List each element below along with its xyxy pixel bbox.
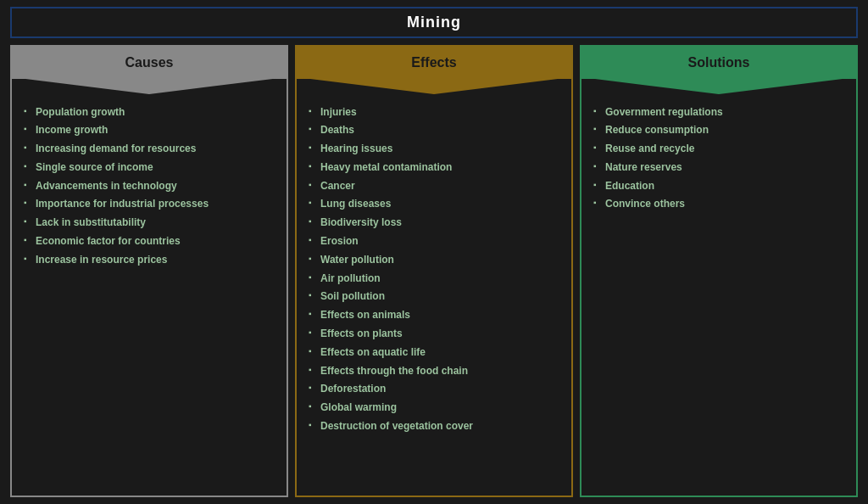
solutions-body: Government regulationsReduce consumption… [581,79,856,496]
list-item: Global warming [309,399,563,417]
column-effects: EffectsInjuriesDeathsHearing issuesHeavy… [295,45,573,497]
list-item: Reuse and recycle [593,140,848,159]
list-item: Education [593,176,848,195]
list-item: Importance for industrial processes [24,195,278,214]
list-item: Biodiversity loss [309,214,563,232]
list-item: Heavy metal contamination [309,158,563,176]
solutions-list: Government regulationsReduce consumption… [593,103,848,214]
list-item: Effects on plants [309,325,563,344]
list-item: Single source of income [24,158,278,176]
list-item: Soil pollution [309,288,563,306]
effects-body: InjuriesDeathsHearing issuesHeavy metal … [297,79,571,496]
list-item: Effects on animals [309,306,563,325]
list-item: Injuries [309,103,563,121]
list-item: Effects on aquatic life [309,343,563,361]
effects-list: InjuriesDeathsHearing issuesHeavy metal … [309,103,563,435]
columns-wrapper: CausesPopulation growthIncome growthIncr… [10,45,858,497]
list-item: Economic factor for countries [24,232,278,251]
causes-header: Causes [12,47,287,79]
column-solutions: SolutionsGovernment regulationsReduce co… [580,45,858,497]
list-item: Lack in substitutability [24,214,278,232]
column-causes: CausesPopulation growthIncome growthIncr… [10,45,288,497]
list-item: Convince others [593,195,848,214]
list-item: Advancements in technology [24,176,278,195]
list-item: Government regulations [593,103,848,121]
list-item: Hearing issues [309,140,563,159]
causes-list: Population growthIncome growthIncreasing… [24,103,278,269]
causes-body: Population growthIncome growthIncreasing… [12,79,287,496]
list-item: Destruction of vegetation cover [309,417,563,436]
list-item: Increasing demand for resources [24,140,278,159]
list-item: Nature reserves [593,158,848,176]
list-item: Effects through the food chain [309,361,563,380]
list-item: Population growth [24,103,278,121]
solutions-header: Solutions [581,47,856,79]
list-item: Cancer [309,176,563,195]
list-item: Water pollution [309,250,563,269]
list-item: Reduce consumption [593,121,848,140]
list-item: Increase in resource prices [24,250,278,269]
list-item: Deaths [309,121,563,140]
list-item: Deforestation [309,380,563,399]
main-title-bar: Mining [10,7,858,38]
effects-header: Effects [297,47,571,79]
list-item: Air pollution [309,269,563,288]
list-item: Erosion [309,232,563,251]
main-title: Mining [407,14,461,31]
list-item: Income growth [24,121,278,140]
list-item: Lung diseases [309,195,563,214]
